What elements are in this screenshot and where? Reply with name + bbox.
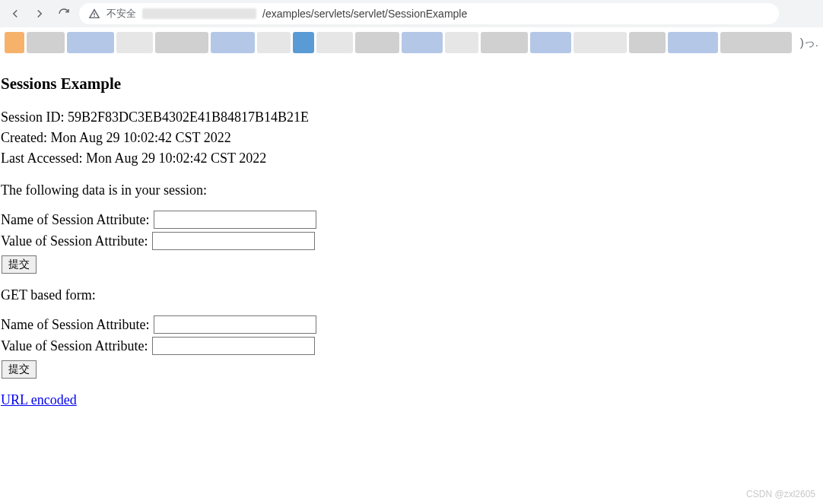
reload-button[interactable] bbox=[55, 5, 73, 23]
attr-name-input[interactable] bbox=[154, 315, 316, 334]
bookmark-item[interactable] bbox=[211, 32, 255, 53]
session-data-heading: The following data is in your session: bbox=[1, 182, 823, 198]
bookmark-item[interactable] bbox=[574, 32, 627, 53]
last-accessed-row: Last Accessed: Mon Aug 29 10:02:42 CST 2… bbox=[1, 148, 823, 169]
created-label: Created: bbox=[1, 130, 50, 145]
bookmark-item[interactable] bbox=[720, 32, 792, 53]
forward-button[interactable] bbox=[30, 5, 49, 23]
url-path: /examples/servlets/servlet/SessionExampl… bbox=[262, 8, 467, 20]
bookmark-item[interactable] bbox=[668, 32, 718, 53]
url-encoded-link[interactable]: URL encoded bbox=[1, 392, 77, 407]
post-form: Name of Session Attribute: Value of Sess… bbox=[0, 211, 823, 287]
bookmark-item[interactable] bbox=[402, 32, 443, 53]
submit-button[interactable]: 提交 bbox=[2, 360, 37, 379]
page-content: Sessions Example Session ID: 59B2F83DC3E… bbox=[0, 58, 823, 408]
security-label: 不安全 bbox=[106, 7, 136, 21]
bookmark-item[interactable] bbox=[67, 32, 114, 53]
extensions-icon[interactable]: )っ. bbox=[800, 36, 818, 50]
bookmark-item[interactable] bbox=[316, 32, 353, 53]
attr-value-input[interactable] bbox=[152, 337, 315, 355]
submit-button[interactable]: 提交 bbox=[2, 255, 37, 274]
bookmark-item[interactable] bbox=[155, 32, 208, 53]
get-form: Name of Session Attribute: Value of Sess… bbox=[0, 315, 823, 392]
last-accessed-value: Mon Aug 29 10:02:42 CST 2022 bbox=[86, 151, 266, 166]
back-button[interactable] bbox=[6, 5, 24, 23]
session-info: Session ID: 59B2F83DC3EB4302E41B84817B14… bbox=[1, 107, 823, 169]
bookmark-item[interactable] bbox=[355, 32, 399, 53]
attr-value-label: Value of Session Attribute: bbox=[1, 338, 148, 354]
bookmark-item[interactable] bbox=[530, 32, 571, 53]
bookmark-item[interactable] bbox=[629, 32, 666, 53]
last-accessed-label: Last Accessed: bbox=[1, 151, 86, 166]
session-id-row: Session ID: 59B2F83DC3EB4302E41B84817B14… bbox=[1, 107, 823, 128]
attr-name-label: Name of Session Attribute: bbox=[1, 317, 149, 333]
session-id-value: 59B2F83DC3EB4302E41B84817B14B21E bbox=[68, 109, 309, 125]
bookmarks-bar: )っ. bbox=[0, 27, 823, 58]
bookmark-item[interactable] bbox=[5, 32, 24, 53]
created-row: Created: Mon Aug 29 10:02:42 CST 2022 bbox=[1, 128, 823, 148]
bookmark-item[interactable] bbox=[27, 32, 65, 53]
page-heading: Sessions Example bbox=[1, 74, 823, 94]
session-id-label: Session ID: bbox=[1, 109, 68, 125]
url-host-redacted bbox=[142, 8, 256, 19]
attr-name-label: Name of Session Attribute: bbox=[1, 212, 149, 228]
get-form-heading: GET based form: bbox=[1, 287, 823, 303]
browser-toolbar: 不安全 /examples/servlets/servlet/SessionEx… bbox=[0, 0, 823, 27]
attr-name-input[interactable] bbox=[154, 211, 316, 229]
attr-value-input[interactable] bbox=[152, 232, 315, 250]
bookmark-item[interactable] bbox=[257, 32, 291, 53]
bookmark-item[interactable] bbox=[445, 32, 478, 53]
not-secure-icon bbox=[88, 8, 100, 20]
watermark: CSDN @zxl2605 bbox=[746, 489, 815, 499]
address-bar[interactable]: 不安全 /examples/servlets/servlet/SessionEx… bbox=[79, 3, 779, 24]
bookmark-item[interactable] bbox=[481, 32, 528, 53]
attr-value-label: Value of Session Attribute: bbox=[1, 233, 148, 249]
bookmark-item[interactable] bbox=[116, 32, 153, 53]
created-value: Mon Aug 29 10:02:42 CST 2022 bbox=[50, 130, 230, 145]
bookmark-item[interactable] bbox=[293, 32, 314, 53]
